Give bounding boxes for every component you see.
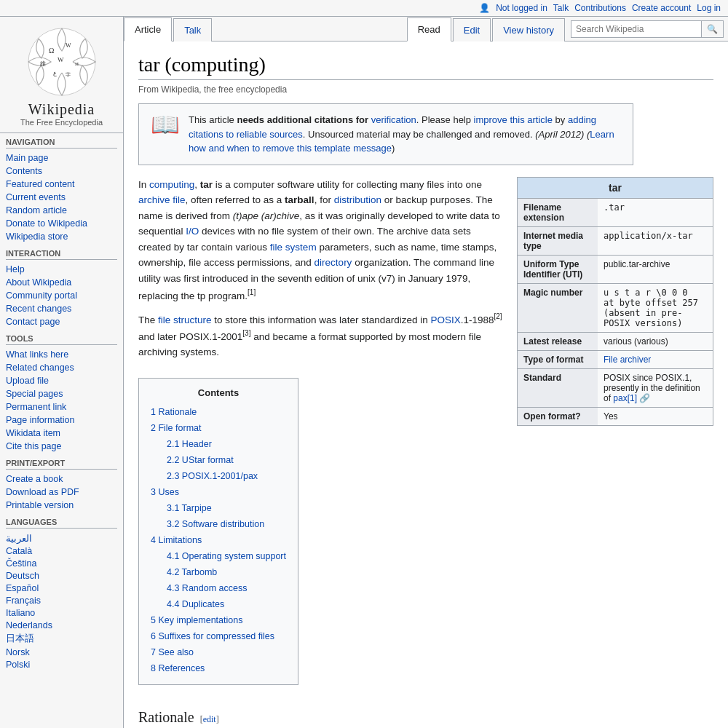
toc-link-rationale[interactable]: 1 Rationale: [151, 407, 197, 417]
toc-link-software-dist[interactable]: 3.2 Software distribution: [167, 519, 264, 529]
link-distribution[interactable]: distribution: [334, 194, 381, 205]
lang-catalan[interactable]: Català: [6, 545, 117, 557]
lang-dutch[interactable]: Nederlands: [6, 619, 117, 631]
lang-arabic[interactable]: العربية: [6, 531, 117, 545]
toc-link-duplicates[interactable]: 4.4 Duplicates: [167, 599, 224, 609]
infobox-value-magic: u s t a r \0 0 0 at byte offset 257 (abs…: [598, 284, 713, 332]
notice-text: This article needs additional citations …: [189, 113, 621, 156]
toc-link-limitations[interactable]: 4 Limitations: [151, 535, 202, 545]
infobox-row-release: Latest release various (various): [518, 332, 713, 350]
sidebar-item-featured-content[interactable]: Featured content: [6, 178, 117, 191]
sidebar-item-what-links[interactable]: What links here: [6, 348, 117, 361]
link-filesystem[interactable]: file system: [270, 242, 317, 253]
section-edit-link-rationale[interactable]: edit: [203, 714, 216, 724]
contributions-link[interactable]: Contributions: [574, 3, 626, 13]
infobox-value-filename: .tar: [598, 199, 713, 226]
sidebar-item-help[interactable]: Help: [6, 263, 117, 276]
notice-box: 📖 This article needs additional citation…: [138, 103, 633, 165]
lang-polish[interactable]: Polski: [6, 658, 117, 670]
infobox-label-release: Latest release: [518, 333, 598, 350]
toc-link-tarbomb[interactable]: 4.2 Tarbomb: [167, 567, 217, 577]
tab-view-history[interactable]: View history: [492, 18, 565, 41]
sidebar-item-special-pages[interactable]: Special pages: [6, 387, 117, 400]
search-form: 🔍: [566, 17, 728, 41]
search-input[interactable]: [571, 20, 702, 38]
sidebar-item-related-changes[interactable]: Related changes: [6, 361, 117, 374]
contents-box: Contents 1 Rationale 2 File format 2.1 H…: [138, 378, 298, 686]
article-paragraph-1: In computing, tar is a computer software…: [138, 177, 502, 304]
lang-german[interactable]: Deutsch: [6, 569, 117, 582]
svg-text:Ω: Ω: [49, 47, 54, 55]
sidebar-item-upload[interactable]: Upload file: [6, 374, 117, 387]
tab-article[interactable]: Article: [124, 17, 172, 41]
toc-link-suffixes[interactable]: 6 Suffixes for compressed files: [151, 631, 274, 641]
infobox-link-pax[interactable]: pax[1]: [613, 393, 637, 403]
sidebar-item-current-events[interactable]: Current events: [6, 191, 117, 204]
toc-link-os-support[interactable]: 4.1 Operating system support: [167, 551, 286, 561]
sidebar-item-create-book[interactable]: Create a book: [6, 472, 117, 486]
link-computing[interactable]: computing: [149, 179, 194, 190]
toc-link-see-also[interactable]: 7 See also: [151, 647, 194, 657]
toc-link-posix[interactable]: 2.3 POSIX.1-2001/pax: [167, 471, 258, 481]
toc-link-tarpipe[interactable]: 3.1 Tarpipe: [167, 503, 212, 513]
infobox-row-open-format: Open format? Yes: [518, 407, 713, 425]
sidebar-item-store[interactable]: Wikipedia store: [6, 230, 117, 243]
link-directory[interactable]: directory: [314, 257, 352, 268]
infobox-value-release: various (various): [598, 333, 713, 350]
svg-text:И: И: [75, 61, 79, 67]
toc-item-uses: 3 Uses: [151, 485, 286, 499]
toc-link-uses[interactable]: 3 Uses: [151, 487, 179, 497]
sidebar-item-main-page[interactable]: Main page: [6, 151, 117, 165]
infobox-row-filename: Filename extension .tar: [518, 198, 713, 226]
tab-read[interactable]: Read: [407, 17, 451, 41]
toc-item-limitations: 4 Limitations: [151, 533, 286, 547]
lang-french[interactable]: Français: [6, 594, 117, 606]
create-account-link[interactable]: Create account: [632, 3, 691, 13]
toc-link-fileformat[interactable]: 2 File format: [151, 423, 201, 433]
sidebar-item-about[interactable]: About Wikipedia: [6, 276, 117, 289]
lang-italian[interactable]: Italiano: [6, 606, 117, 619]
tab-talk[interactable]: Talk: [173, 18, 212, 41]
lang-spanish[interactable]: Español: [6, 582, 117, 594]
sidebar-item-wikidata[interactable]: Wikidata item: [6, 427, 117, 440]
talk-link[interactable]: Talk: [553, 3, 569, 13]
search-button[interactable]: 🔍: [702, 20, 724, 38]
sidebar-item-download-pdf[interactable]: Download as PDF: [6, 486, 117, 499]
not-logged-in[interactable]: Not logged in: [496, 3, 547, 13]
sidebar-item-permanent-link[interactable]: Permanent link: [6, 400, 117, 414]
toc-link-references[interactable]: 8 References: [151, 663, 205, 673]
sidebar-item-recent-changes[interactable]: Recent changes: [6, 302, 117, 315]
toc-link-random-access[interactable]: 4.3 Random access: [167, 583, 247, 593]
svg-text:W: W: [58, 56, 64, 63]
sidebar-item-cite[interactable]: Cite this page: [6, 440, 117, 453]
sidebar-item-printable[interactable]: Printable version: [6, 499, 117, 512]
contents-title: Contents: [151, 386, 286, 401]
lang-japanese[interactable]: 日本語: [6, 631, 117, 646]
notice-link-verification[interactable]: verification: [371, 114, 416, 125]
link-io[interactable]: I/O: [186, 226, 199, 237]
logo-title: Wikipedia: [28, 101, 95, 118]
link-archive-file[interactable]: archive file: [138, 194, 186, 205]
article-paragraph-2: The file structure to store this informa…: [138, 311, 502, 360]
sidebar-item-page-info[interactable]: Page information: [6, 414, 117, 427]
toc-link-ustar[interactable]: 2.2 UStar format: [167, 455, 234, 465]
toc-item-random-access: 4.3 Random access: [167, 581, 286, 596]
sidebar-item-contact[interactable]: Contact page: [6, 315, 117, 328]
lang-czech[interactable]: Čeština: [6, 557, 117, 569]
sidebar-item-community[interactable]: Community portal: [6, 289, 117, 302]
toc-link-key-impl[interactable]: 5 Key implementations: [151, 615, 242, 625]
toc-link-header[interactable]: 2.1 Header: [167, 439, 212, 449]
sidebar-item-donate[interactable]: Donate to Wikipedia: [6, 217, 117, 230]
infobox-link-file-archiver[interactable]: File archiver: [604, 355, 651, 365]
sidebar-item-random-article[interactable]: Random article: [6, 204, 117, 217]
infobox-row-magic: Magic number u s t a r \0 0 0 at byte of…: [518, 283, 713, 332]
link-posix[interactable]: POSIX: [430, 314, 460, 325]
notice-link-improve[interactable]: improve this article: [474, 114, 553, 125]
lang-norwegian[interactable]: Norsk: [6, 646, 117, 658]
log-in-link[interactable]: Log in: [697, 3, 721, 13]
tab-edit[interactable]: Edit: [453, 18, 491, 41]
infobox-title: tar: [518, 178, 713, 198]
sidebar-item-contents[interactable]: Contents: [6, 165, 117, 178]
link-file-structure[interactable]: file structure: [158, 314, 212, 325]
toc-item-software-dist: 3.2 Software distribution: [167, 517, 286, 531]
